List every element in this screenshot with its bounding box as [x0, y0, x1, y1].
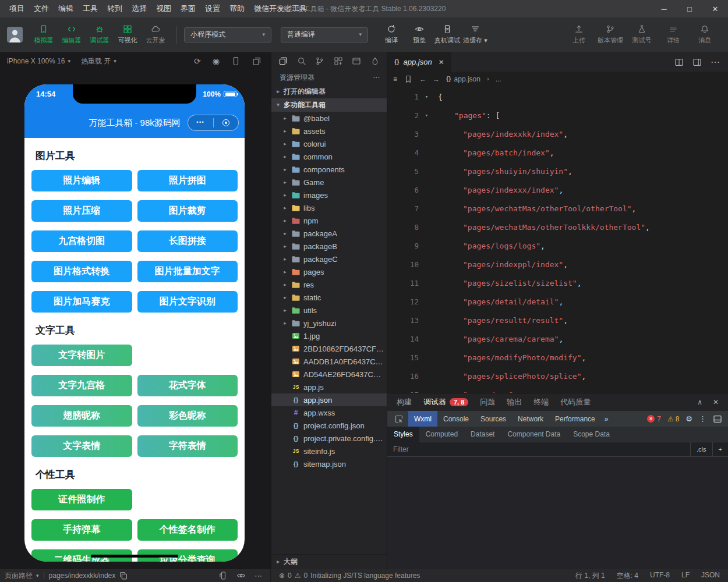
folder-packageB[interactable]: ▸packageB	[271, 240, 387, 253]
tool-button[interactable]: 字符表情	[137, 435, 238, 457]
debugger-tab[interactable]: 问题	[480, 397, 495, 407]
action-upload[interactable]: 上传	[565, 20, 593, 50]
status-item-4[interactable]: LF	[681, 571, 690, 581]
status-item-3[interactable]: UTF-8	[650, 571, 670, 581]
hot-reload-toggle[interactable]: 热重载 开 ▾	[81, 56, 116, 66]
tool-button[interactable]: 长图拼接	[137, 230, 238, 252]
debugger-tab[interactable]: 构建	[397, 397, 412, 407]
status-item-5[interactable]: JSON	[701, 571, 720, 581]
more-icon[interactable]: ⋯	[711, 58, 720, 67]
folder-common[interactable]: ▸common	[271, 150, 387, 163]
source-control-icon[interactable]	[315, 56, 324, 66]
preview-icon[interactable]	[236, 571, 246, 580]
multiwindow-icon[interactable]	[252, 56, 261, 66]
project-root[interactable]: ▾ 多功能工具箱	[271, 98, 387, 112]
open-editors-section[interactable]: ▸ 打开的编辑器	[271, 85, 387, 98]
file-sitemap.json[interactable]: {}sitemap.json	[271, 457, 387, 470]
capsule-close-button[interactable]	[214, 115, 239, 130]
console-errors[interactable]: ✕ 7	[647, 415, 661, 423]
action-test[interactable]: 测试号	[628, 20, 656, 50]
tab-app-json[interactable]: {} app.json ✕	[387, 52, 451, 72]
dock-side-icon[interactable]	[713, 414, 722, 424]
folder-@babel[interactable]: ▸@babel	[271, 112, 387, 125]
tool-button[interactable]: 九宫格切图	[31, 230, 132, 252]
debugger-tab[interactable]: 输出	[507, 397, 522, 407]
file-AD54AE26FD6437CFC...[interactable]: AD54AE26FD6437CFC...	[271, 368, 387, 381]
breadcrumb-more[interactable]: ...	[496, 75, 501, 83]
cls-button[interactable]: .cls	[690, 442, 712, 456]
menu-item-10[interactable]: 帮助	[225, 0, 249, 17]
theme-icon[interactable]	[370, 56, 380, 66]
tool-button[interactable]: 证件照制作	[31, 489, 132, 510]
devtools-tab-network[interactable]: Network	[512, 411, 549, 427]
menu-item-9[interactable]: 设置	[200, 0, 225, 17]
more-icon[interactable]: ⋯	[373, 74, 380, 81]
tool-button[interactable]: 照片拼图	[137, 170, 238, 191]
status-item-2[interactable]: 空格: 4	[617, 571, 638, 581]
devtools-tab-sources[interactable]: Sources	[475, 411, 512, 427]
tool-button[interactable]: 手持弹幕	[31, 519, 132, 541]
menu-item-3[interactable]: 编辑	[54, 0, 78, 17]
tool-button[interactable]: 文字表情	[31, 435, 132, 457]
device-icon[interactable]	[231, 56, 241, 66]
inspector-tab-styles[interactable]: Styles	[387, 427, 419, 442]
collapse-panel-icon[interactable]: ∧	[697, 399, 702, 406]
folder-static[interactable]: ▸static	[271, 291, 387, 304]
devtools-tab-console[interactable]: Console	[437, 411, 475, 427]
folder-yj_yishuzi[interactable]: ▸yj_yishuzi	[271, 317, 387, 329]
refresh-icon[interactable]: ⟳	[194, 57, 201, 65]
more-h-icon[interactable]: ⋯	[255, 572, 262, 580]
file-app.json[interactable]: {}app.json	[271, 393, 387, 406]
file-project.config.json[interactable]: {}project.config.json	[271, 419, 387, 432]
folder-packageA[interactable]: ▸packageA	[271, 227, 387, 240]
compile-mode-select[interactable]: 普通编译 ▾	[281, 27, 368, 42]
inspector-tab-computed[interactable]: Computed	[419, 427, 464, 442]
close-icon[interactable]: ✕	[439, 59, 444, 66]
close-button[interactable]: ✕	[702, 0, 728, 17]
maximize-button[interactable]: □	[677, 0, 702, 17]
debugger-tab[interactable]: 代码质量	[560, 397, 591, 407]
minimize-button[interactable]: ─	[651, 0, 677, 17]
file-AADDB1A0FD6437CFC...[interactable]: AADDB1A0FD6437CFC...	[271, 355, 387, 368]
file-siteinfo.js[interactable]: JSsiteinfo.js	[271, 445, 387, 457]
forward-icon[interactable]: →	[433, 76, 440, 83]
tool-button[interactable]: 图片文字识别	[137, 291, 238, 313]
file-2BD10862FD6437CF4D...[interactable]: 2BD10862FD6437CF4D...	[271, 342, 387, 355]
inspector-tab-dataset[interactable]: Dataset	[464, 427, 501, 442]
action-details[interactable]: 详情	[659, 20, 687, 50]
filter-input[interactable]	[387, 442, 690, 456]
tool-button[interactable]: 图片格式转换	[31, 261, 132, 282]
tool-button[interactable]: 图片批量加文字	[137, 261, 238, 282]
console-warnings[interactable]: ⚠ 8	[667, 415, 679, 423]
menu-item-2[interactable]: 文件	[29, 0, 54, 17]
tool-button[interactable]: 文字九宫格	[31, 375, 132, 396]
menu-item-6[interactable]: 选择	[127, 0, 151, 17]
file-project.private.config.js...[interactable]: {}project.private.config.js...	[271, 432, 387, 445]
folder-npm[interactable]: ▸npm	[271, 214, 387, 227]
tool-debugger[interactable]: 调试器	[86, 20, 114, 50]
file-1.jpg[interactable]: 1.jpg	[271, 329, 387, 342]
search-icon[interactable]	[297, 56, 306, 66]
chevron-down-icon[interactable]: ▾	[36, 573, 39, 579]
record-icon[interactable]: ◉	[213, 57, 220, 65]
folder-images[interactable]: ▸images	[271, 189, 387, 201]
tool-cloud[interactable]: 云开发	[142, 20, 169, 50]
window-icon[interactable]	[352, 56, 361, 66]
devtools-tab-wxml[interactable]: Wxml	[408, 411, 437, 427]
files-icon[interactable]	[278, 56, 288, 66]
folder-colorui[interactable]: ▸colorui	[271, 137, 387, 150]
inspect-element-icon[interactable]	[390, 414, 408, 424]
folder-packageC[interactable]: ▸packageC	[271, 253, 387, 265]
gear-icon[interactable]: ⚙	[685, 415, 692, 423]
file-app.js[interactable]: JSapp.js	[271, 381, 387, 393]
copy-icon[interactable]	[119, 571, 128, 580]
folder-assets[interactable]: ▸assets	[271, 125, 387, 137]
add-style-icon[interactable]: +	[712, 442, 728, 456]
rotate-icon[interactable]	[218, 571, 228, 580]
mode-select[interactable]: 小程序模式 ▾	[184, 27, 271, 42]
tool-button[interactable]: 照片压缩	[31, 200, 132, 222]
tool-button[interactable]: 图片裁剪	[137, 200, 238, 222]
menu-item-5[interactable]: 转到	[103, 0, 127, 17]
split-editor-icon[interactable]	[674, 58, 684, 67]
devtools-tab-performance[interactable]: Performance	[549, 411, 601, 427]
